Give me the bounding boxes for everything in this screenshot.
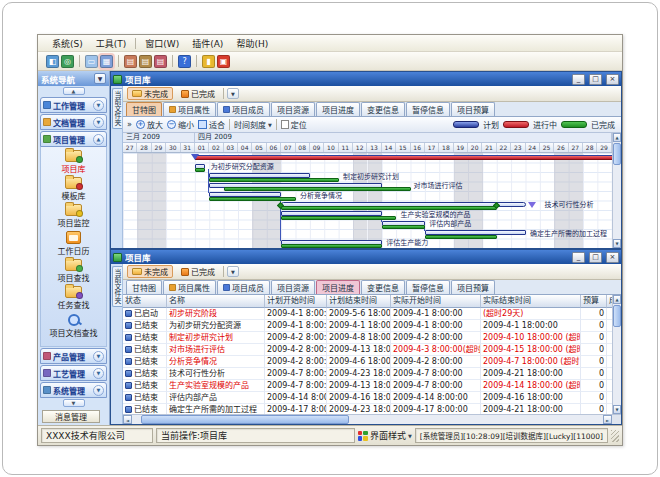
column-header[interactable]: 计划结束时间 [327, 295, 391, 308]
table-window-titlebar[interactable]: 项目库 _ □ × [111, 250, 621, 264]
system-icon[interactable]: ◧ [46, 55, 59, 68]
gantt-actual-bar[interactable] [209, 178, 338, 182]
sidebar-item[interactable]: 工作日历 [58, 231, 90, 256]
chevron-down-icon[interactable]: ▼ [227, 88, 239, 99]
tab-变更信息[interactable]: 变更信息 [361, 102, 405, 116]
chevron-down-icon[interactable]: ▼ [93, 351, 104, 362]
folder-tab[interactable]: 已完成 [176, 265, 220, 278]
tab-项目进度[interactable]: 项目进度 [316, 280, 360, 294]
scroll-right-icon[interactable]: ► [603, 415, 612, 424]
sidebar-item[interactable]: 项目监控 [58, 204, 90, 228]
table-horizontal-scrollbar[interactable]: ◄ ► [123, 414, 621, 424]
menu-item[interactable]: 系统(S) [46, 36, 89, 51]
sidebar-item[interactable]: 任务查找 [58, 286, 90, 310]
tab-项目资源[interactable]: 项目资源 [271, 280, 315, 294]
table-row[interactable]: 已结束对市场进行评估2009-4-2 8:00:002009-4-13 18:0… [123, 344, 612, 356]
sidebar-group-header[interactable]: 工作管理▼ [40, 97, 107, 113]
tab-变更信息[interactable]: 变更信息 [361, 280, 405, 294]
table-row[interactable]: 已结束生产实验室规模的产品2009-4-7 8:00:002009-4-13 1… [123, 380, 612, 392]
column-header[interactable]: 计划开始时间 [265, 295, 327, 308]
folder-tab[interactable]: 未完成 [127, 87, 173, 100]
column-header[interactable]: 预算 [581, 295, 607, 308]
sidebar-group-header[interactable]: 系统管理▼ [40, 382, 107, 398]
sidebar-item[interactable]: 项目文档查找 [50, 313, 98, 338]
sidebar-pin-icon[interactable]: ▼ [94, 73, 106, 84]
gantt-actual-bar[interactable] [382, 225, 425, 229]
scroll-down-icon[interactable]: ▼ [613, 405, 621, 414]
table-row[interactable]: 已结束为初步研究分配资源2009-4-1 8:00:002009-4-1 18:… [123, 320, 612, 332]
tab-项目进度[interactable]: 项目进度 [316, 102, 360, 116]
scroll-up-icon[interactable]: ▲ [613, 295, 621, 304]
menu-item[interactable]: 工具(T) [90, 36, 133, 51]
more-tools-icon[interactable]: » [127, 120, 132, 129]
exit-icon[interactable]: ▣ [217, 55, 230, 68]
minimize-icon[interactable]: _ [572, 74, 585, 85]
sidebar-group-header[interactable]: 产品管理▼ [40, 348, 107, 364]
gantt-actual-bar[interactable] [224, 187, 411, 191]
tab-项目属性[interactable]: 项目属性 [163, 102, 216, 116]
close-icon[interactable]: × [606, 252, 619, 263]
column-header[interactable]: 实际结束时间 [481, 295, 581, 308]
sidebar-scroll-down[interactable]: ▼ [38, 398, 109, 408]
table-row[interactable]: 已结束制定初步研究计划2009-4-2 8:00:002009-4-8 18:0… [123, 332, 612, 344]
report-new-icon[interactable]: ▤ [124, 55, 137, 68]
sidebar-group-header[interactable]: 项目管理▲ [40, 131, 107, 147]
scroll-up-icon[interactable]: ▲ [613, 133, 621, 142]
chevron-down-icon[interactable]: ▼ [93, 117, 104, 128]
gantt-actual-bar[interactable] [281, 244, 382, 248]
current-folder-tab[interactable]: 当前文件夹 [112, 266, 122, 307]
message-management-tab[interactable]: 消息管理 [42, 410, 100, 423]
report-edit-icon[interactable]: ▤ [139, 55, 152, 68]
scroll-thumb[interactable] [613, 305, 621, 327]
open-folder-icon[interactable]: ▭ [85, 55, 98, 68]
fit-button[interactable]: 适合 [198, 119, 225, 130]
maximize-icon[interactable]: □ [589, 74, 602, 85]
help-icon[interactable]: ? [178, 55, 191, 68]
sidebar-item[interactable]: 项目查找 [58, 259, 90, 283]
folder-tab[interactable]: 未完成 [127, 265, 173, 278]
tab-甘特图[interactable]: 甘特图 [126, 102, 162, 116]
column-header[interactable]: 实际开始时间 [391, 295, 481, 308]
tab-项目预算[interactable]: 项目预算 [451, 102, 495, 116]
menu-item[interactable]: 帮助(H) [230, 36, 274, 51]
gantt-actual-bar[interactable] [209, 197, 295, 201]
zoom-out-button[interactable]: −缩小 [167, 119, 194, 130]
tab-项目预算[interactable]: 项目预算 [451, 280, 495, 294]
tab-项目资源[interactable]: 项目资源 [271, 102, 315, 116]
scroll-thumb[interactable] [141, 415, 348, 424]
sidebar-scroll-up[interactable]: ▲ [38, 86, 109, 96]
chevron-down-icon[interactable]: ▼ [93, 368, 104, 379]
gantt-project-bar[interactable] [195, 155, 612, 160]
tab-暂停信息[interactable]: 暂停信息 [406, 102, 450, 116]
table-row[interactable]: 已结束分析竞争情况2009-4-2 8:00:002009-4-6 18:00:… [123, 356, 612, 368]
scroll-left-icon[interactable]: ◄ [123, 415, 132, 424]
chevron-up-icon[interactable]: ▲ [93, 134, 104, 145]
column-header[interactable]: 状态 [123, 295, 167, 308]
menu-item[interactable]: 插件(A) [186, 36, 229, 51]
resize-grip[interactable] [611, 430, 619, 442]
sidebar-item[interactable]: 模板库 [62, 177, 86, 201]
gantt-actual-bar[interactable] [195, 168, 205, 172]
time-scale-button[interactable]: 时间刻度▼ [234, 119, 272, 130]
report-delete-icon[interactable]: ▤ [154, 55, 167, 68]
tab-项目成员[interactable]: 项目成员 [217, 280, 270, 294]
column-header[interactable]: 名称 [167, 295, 265, 308]
table-row[interactable]: 已结束技术可行性分析2009-4-7 8:00:002009-4-23 18:0… [123, 368, 612, 380]
gantt-actual-bar[interactable] [281, 216, 396, 220]
sidebar-group-header[interactable]: 文档管理▼ [40, 114, 107, 130]
sidebar-item[interactable]: 项目库 [62, 150, 86, 174]
gantt-window-titlebar[interactable]: 项目库 _ □ × [111, 72, 621, 86]
sidebar-group-header[interactable]: 工艺管理▼ [40, 365, 107, 381]
chevron-down-icon[interactable]: ▼ [227, 266, 239, 277]
table-vertical-scrollbar[interactable]: ▲ ▼ [612, 295, 621, 414]
interface-style-button[interactable]: 界面样式 ▼ [358, 429, 412, 442]
tab-项目成员[interactable]: 项目成员 [217, 102, 270, 116]
scroll-down-icon[interactable]: ▼ [613, 239, 621, 248]
table-row[interactable]: 已启动初步研究阶段2009-4-1 8:00:002009-5-6 18:00:… [123, 308, 612, 320]
current-folder-tab[interactable]: 当前文件夹 [112, 88, 122, 129]
lock-icon[interactable]: ▮ [202, 55, 215, 68]
locate-button[interactable]: 定位 [281, 119, 307, 130]
globe-icon[interactable]: ◎ [61, 55, 74, 68]
minimize-icon[interactable]: _ [572, 252, 585, 263]
table-row[interactable]: 已结束确定生产所需的加工过程2009-4-17 8:00:002009-4-23… [123, 404, 612, 414]
